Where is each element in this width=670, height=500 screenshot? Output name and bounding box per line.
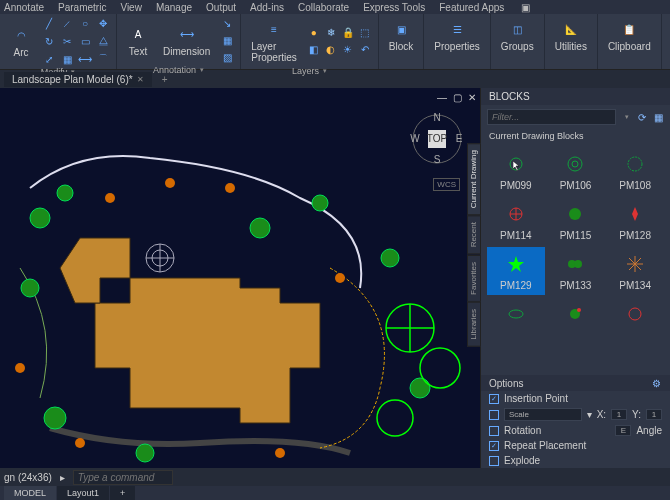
sync-icon[interactable]: ⟳ [636, 111, 648, 123]
block-item-selected[interactable]: PM129 [487, 247, 545, 295]
scale-icon[interactable]: ⤢ [42, 52, 56, 66]
rect-icon[interactable]: ▭ [78, 34, 92, 48]
minimize-icon[interactable]: — [437, 92, 447, 103]
close-icon[interactable]: ✕ [468, 92, 476, 103]
layer-thaw-icon[interactable]: ☀ [341, 42, 355, 56]
document-tab-label: Landscape Plan Model (6)* [12, 74, 133, 85]
svg-point-35 [572, 161, 578, 167]
svg-point-3 [21, 279, 39, 297]
hatch-icon[interactable]: ▨ [220, 50, 234, 64]
add-layout-button[interactable]: + [110, 486, 135, 500]
svg-point-21 [335, 273, 345, 283]
options-header[interactable]: Options⚙ [481, 375, 670, 391]
view-mode-icon[interactable]: ▦ [652, 111, 664, 123]
rotate-icon[interactable]: ↻ [42, 34, 56, 48]
block-button[interactable]: ▣Block [385, 16, 417, 54]
layers-group-label[interactable]: Layers [247, 65, 372, 77]
tab-recent[interactable]: Recent [467, 215, 481, 254]
polyline-icon[interactable]: ⟋ [60, 16, 74, 30]
layer-off-icon[interactable]: ● [307, 25, 321, 39]
new-tab-button[interactable]: + [156, 74, 174, 85]
svg-point-6 [250, 218, 270, 238]
close-tab-icon[interactable]: ✕ [137, 75, 144, 84]
block-item[interactable] [487, 297, 545, 331]
wcs-label[interactable]: WCS [433, 178, 460, 191]
trim-icon[interactable]: ✂ [60, 34, 74, 48]
mirror-icon[interactable]: ⧋ [96, 34, 110, 48]
fillet-icon[interactable]: ⌒ [96, 52, 110, 66]
block-item[interactable]: PM099 [487, 147, 545, 195]
svg-point-18 [15, 363, 25, 373]
menu-view[interactable]: View [120, 2, 142, 13]
block-item[interactable]: PM134 [606, 247, 664, 295]
stretch-icon[interactable]: ⟷ [78, 52, 92, 66]
block-item[interactable] [606, 297, 664, 331]
window-controls: — ▢ ✕ [437, 92, 476, 103]
leader-icon[interactable]: ↘ [220, 16, 234, 30]
properties-button[interactable]: ☰Properties [430, 16, 484, 54]
utilities-button[interactable]: 📐Utilities [551, 16, 591, 54]
viewcube[interactable]: TOP N S W E [410, 112, 464, 166]
arc-button[interactable]: ◠Arc [6, 22, 36, 60]
tab-current-drawing[interactable]: Current Drawing [467, 143, 481, 215]
svg-text:TOP: TOP [427, 133, 448, 144]
layer-iso-icon[interactable]: ◧ [307, 42, 321, 56]
block-grid: PM099 PM106 PM108 PM114 PM115 PM128 PM12… [481, 143, 670, 335]
svg-point-2 [57, 185, 73, 201]
menu-express[interactable]: Express Tools [363, 2, 425, 13]
menu-addins[interactable]: Add-ins [250, 2, 284, 13]
opt-repeat[interactable]: ✓Repeat Placement [481, 438, 670, 453]
block-item[interactable]: PM106 [547, 147, 605, 195]
opt-explode[interactable]: Explode [481, 453, 670, 468]
block-item[interactable]: PM115 [547, 197, 605, 245]
opt-rotation[interactable]: RotationEAngle [481, 423, 670, 438]
layer-prev-icon[interactable]: ↶ [358, 42, 372, 56]
block-item[interactable] [547, 297, 605, 331]
groups-button[interactable]: ◫Groups [497, 16, 538, 54]
circle-icon[interactable]: ○ [78, 16, 92, 30]
menu-collaborate[interactable]: Collaborate [298, 2, 349, 13]
layer-freeze-icon[interactable]: ❄ [324, 25, 338, 39]
gear-icon[interactable]: ⚙ [650, 377, 662, 389]
layer-match-icon[interactable]: ⬚ [358, 25, 372, 39]
dimension-button[interactable]: ⟷Dimension [159, 21, 214, 59]
restore-icon[interactable]: ▢ [453, 92, 462, 103]
layout1-tab[interactable]: Layout1 [57, 486, 109, 500]
document-tab[interactable]: Landscape Plan Model (6)* ✕ [4, 72, 152, 87]
tab-favorites[interactable]: Favorites [467, 255, 481, 302]
line-icon[interactable]: ╱ [42, 16, 56, 30]
menu-manage[interactable]: Manage [156, 2, 192, 13]
layer-lock-icon[interactable]: 🔒 [341, 25, 355, 39]
command-icon[interactable]: ▸ [60, 472, 65, 483]
menu-overflow-icon[interactable]: ▣ [518, 0, 532, 14]
layer-properties-button[interactable]: ≡Layer Properties [247, 16, 301, 65]
svg-marker-0 [60, 238, 130, 303]
table-icon[interactable]: ▦ [220, 33, 234, 47]
block-item[interactable]: PM108 [606, 147, 664, 195]
svg-point-47 [509, 310, 523, 318]
tab-libraries[interactable]: Libraries [467, 302, 481, 347]
opt-insertion[interactable]: ✓Insertion Point [481, 391, 670, 406]
opt-scale[interactable]: Scale▾X:1Y:1 [481, 406, 670, 423]
model-tab[interactable]: MODEL [4, 486, 56, 500]
filter-dropdown-icon[interactable] [620, 111, 632, 123]
svg-point-36 [628, 157, 642, 171]
menu-output[interactable]: Output [206, 2, 236, 13]
layer-on-icon[interactable]: ◐ [324, 42, 338, 56]
move-icon[interactable]: ✥ [96, 16, 110, 30]
command-input[interactable] [73, 470, 173, 485]
drawing-canvas[interactable]: — ▢ ✕ TOP N S W E WCS [0, 88, 480, 468]
block-item[interactable]: PM133 [547, 247, 605, 295]
menu-featured[interactable]: Featured Apps [439, 2, 504, 13]
filter-input[interactable] [487, 109, 616, 125]
svg-point-34 [568, 157, 582, 171]
menu-parametric[interactable]: Parametric [58, 2, 106, 13]
svg-point-1 [30, 208, 50, 228]
svg-point-9 [410, 378, 430, 398]
block-item[interactable]: PM128 [606, 197, 664, 245]
menu-annotate[interactable]: Annotate [4, 2, 44, 13]
text-button[interactable]: AText [123, 21, 153, 59]
block-item[interactable]: PM114 [487, 197, 545, 245]
clipboard-button[interactable]: 📋Clipboard [604, 16, 655, 54]
array-icon[interactable]: ▦ [60, 52, 74, 66]
